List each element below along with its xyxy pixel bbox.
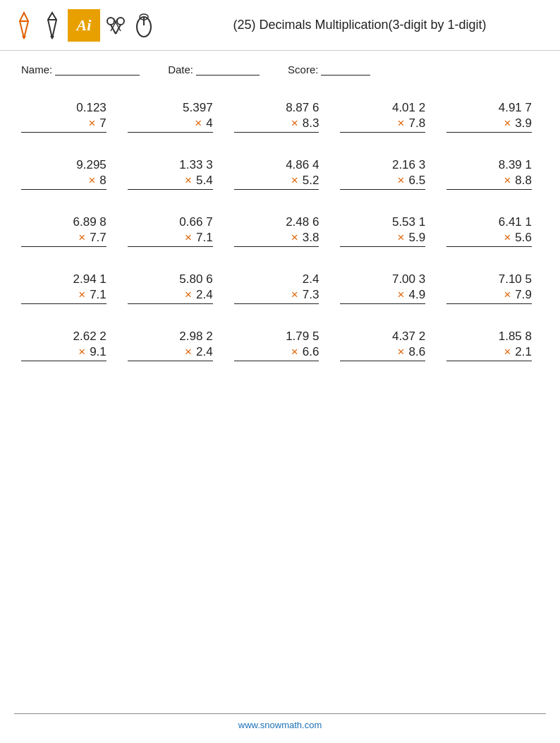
multiplicand-row: 2.48 6 [234,215,319,229]
multiplier-row: × 9.1 [21,345,106,361]
multiplicand-row: 4.37 2 [340,330,425,344]
multiplicand-row: 7.10 5 [446,272,532,286]
multiplier-row: × 7.9 [446,288,532,304]
multiplicand: 2.98 2 [179,330,212,344]
multiplicand: 4.01 2 [392,101,425,115]
times-sign: × [88,174,95,188]
multiplier-row: × 7.1 [21,288,106,304]
multiplier: 8.3 [303,116,319,131]
svg-marker-2 [22,36,26,40]
multiplicand: 2.16 3 [392,158,425,172]
problem-1: 0.123 × 7 [14,88,121,145]
multiplicand-row: 1.85 8 [446,330,532,344]
multiplicand-row: 7.00 3 [340,272,425,286]
multiplier: 5.2 [303,174,319,188]
multiplicand: 0.66 7 [179,215,212,229]
multiplier: 2.4 [196,288,213,302]
multiplicand-row: 0.123 [21,101,106,115]
multiplier-row: × 7.7 [21,231,106,247]
multiplier: 7.1 [90,288,106,302]
problem-20: 7.10 5 × 7.9 [439,260,546,317]
multiplier-row: × 6.5 [340,174,425,190]
multiplier-row: × 8.3 [234,116,319,133]
multiplicand: 2.94 1 [73,272,106,286]
multiplier: 5.4 [196,174,213,188]
multiplicand-row: 5.80 6 [128,272,213,286]
scissors-icon [103,9,128,42]
multiplicand-row: 5.397 [128,101,213,115]
times-sign: × [291,116,298,131]
svg-marker-3 [48,13,56,38]
problem-18: 2.4 × 7.3 [227,260,334,317]
multiplier-row: × 8 [21,174,106,190]
multiplicand-row: 6.41 1 [446,215,532,229]
multiplier: 6.5 [409,174,426,188]
multiplier: 2.4 [196,345,213,359]
multiplier-row: × 2.4 [128,345,213,361]
multiplier-row: × 8.8 [446,174,532,190]
multiplier: 5.9 [409,231,426,245]
problem-22: 2.98 2 × 2.4 [121,317,227,374]
problem-17: 5.80 6 × 2.4 [121,260,227,317]
multiplier: 4.9 [409,288,426,302]
times-sign: × [78,345,85,359]
multiplier-row: × 2.1 [446,345,532,361]
multiplier: 7.9 [515,288,532,302]
times-sign: × [291,288,298,302]
multiplicand-row: 6.89 8 [21,215,106,229]
multiplier-row: × 7.1 [128,231,213,247]
multiplicand-row: 2.4 [234,272,319,286]
multiplicand-row: 2.16 3 [340,158,425,172]
multiplier: 7 [99,116,106,131]
multiplicand-row: 0.66 7 [128,215,213,229]
multiplicand-row: 1.33 3 [128,158,213,172]
times-sign: × [398,174,405,188]
multiplier: 6.6 [303,345,319,359]
multiplier: 7.1 [196,231,213,245]
multiplicand: 7.10 5 [499,272,532,286]
multiplicand-row: 5.53 1 [340,215,425,229]
times-sign: × [185,231,192,245]
toolbar: Ai [11,9,157,42]
multiplicand: 5.53 1 [392,215,425,229]
multiplicand-row: 2.98 2 [128,330,213,344]
problem-3: 8.87 6 × 8.3 [227,88,334,145]
svg-marker-0 [20,13,28,38]
times-sign: × [398,231,405,245]
multiplicand-row: 2.62 2 [21,330,106,344]
problem-4: 4.01 2 × 7.8 [333,88,439,145]
multiplier-row: × 5.2 [234,174,319,190]
multiplier: 8.6 [409,345,426,359]
times-sign: × [291,345,298,359]
multiplicand: 1.85 8 [499,330,532,344]
times-sign: × [504,116,511,131]
problems-grid: 0.123 × 7 5.397 × 4 8.87 6 × 8.3 [0,81,560,374]
multiplier-row: × 5.4 [128,174,213,190]
multiplier: 7.3 [303,288,319,302]
problem-24: 4.37 2 × 8.6 [333,317,439,374]
multiplicand-row: 4.86 4 [234,158,319,172]
times-sign: × [398,288,405,302]
times-sign: × [398,116,405,131]
times-sign: × [78,231,85,245]
header: Ai (25) Decimals Multiplication(3-digit … [0,0,560,51]
times-sign: × [504,174,511,188]
multiplier: 5.6 [515,231,532,245]
multiplier-row: × 4.9 [340,288,425,304]
multiplicand-row: 4.91 7 [446,101,532,115]
footer: www.snowmath.com [14,713,546,730]
multiplier-row: × 4 [128,116,213,133]
problem-14: 5.53 1 × 5.9 [333,203,439,260]
multiplicand-row: 1.79 5 [234,330,319,344]
ai-icon: Ai [68,9,100,42]
multiplier-row: × 5.6 [446,231,532,247]
problem-13: 2.48 6 × 3.8 [227,203,334,260]
problem-10: 8.39 1 × 8.8 [439,145,546,203]
multiplicand-row: 4.01 2 [340,101,425,115]
multiplicand-row: 8.87 6 [234,101,319,115]
problem-9: 2.16 3 × 6.5 [333,145,439,203]
pen-icon [39,9,65,42]
times-sign: × [185,345,192,359]
multiplicand: 2.48 6 [286,215,319,229]
multiplier: 2.1 [515,345,532,359]
